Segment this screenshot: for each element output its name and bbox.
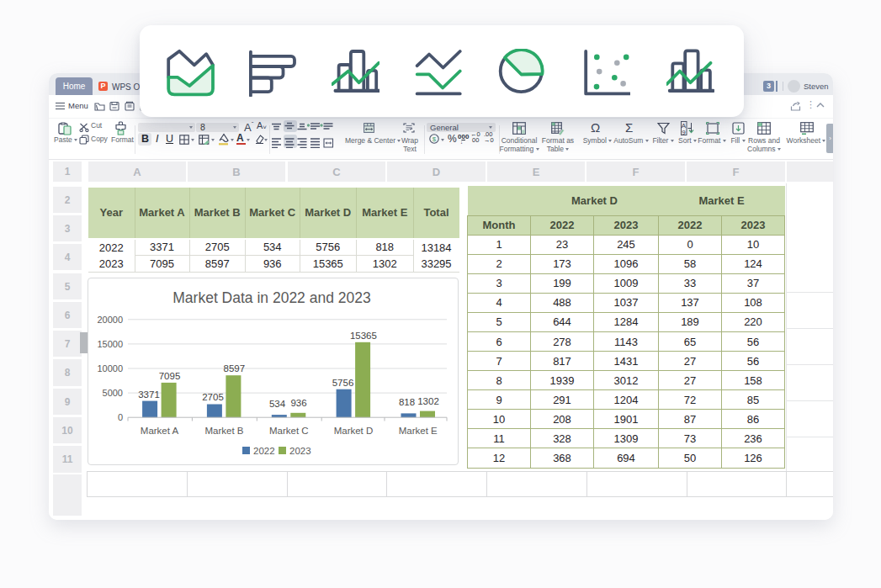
svg-text:3371: 3371 — [138, 389, 160, 400]
svg-text:Market E: Market E — [399, 426, 438, 436]
svg-text:Market D: Market D — [334, 426, 374, 436]
svg-text:818: 818 — [399, 397, 415, 407]
svg-text:7095: 7095 — [159, 371, 181, 381]
svg-text:2705: 2705 — [202, 392, 224, 402]
svg-text:20000: 20000 — [97, 315, 123, 325]
svg-text:0: 0 — [118, 412, 123, 422]
svg-text:Market B: Market B — [204, 426, 243, 436]
svg-text:2022: 2022 — [253, 446, 275, 456]
svg-text:2023: 2023 — [289, 446, 311, 456]
svg-text:Market C: Market C — [269, 426, 309, 436]
svg-text:$: $ — [433, 135, 437, 143]
svg-text:1302: 1302 — [417, 396, 439, 406]
svg-text:9: 9 — [682, 129, 686, 135]
svg-text:15365: 15365 — [350, 331, 377, 341]
svg-text:534: 534 — [269, 399, 286, 409]
svg-text:5000: 5000 — [103, 388, 123, 398]
svg-text:15000: 15000 — [97, 339, 123, 349]
svg-text:Market A: Market A — [141, 426, 179, 436]
svg-text:Market Data in 2022 and 2023: Market Data in 2022 and 2023 — [172, 289, 370, 306]
svg-text:8597: 8597 — [224, 363, 246, 373]
svg-text:5756: 5756 — [332, 378, 354, 388]
svg-text:936: 936 — [290, 398, 306, 408]
svg-text:10000: 10000 — [97, 363, 123, 373]
